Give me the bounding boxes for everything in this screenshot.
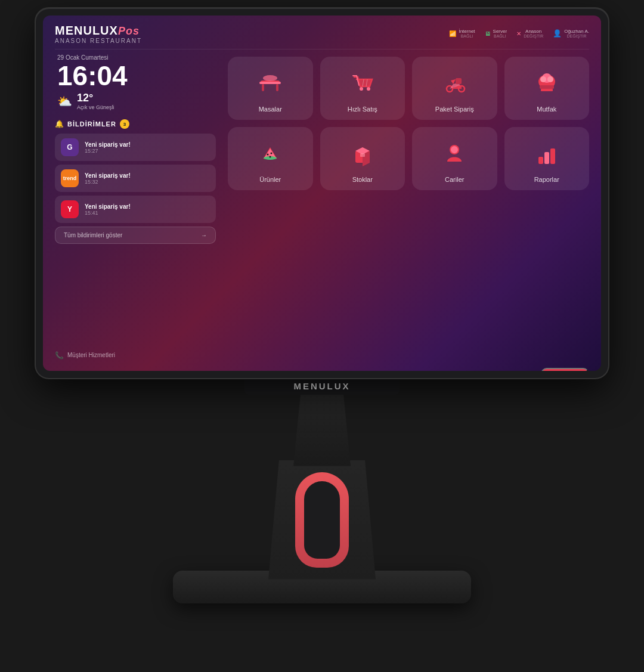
svg-point-19 [267, 153, 269, 155]
svg-rect-2 [276, 84, 278, 91]
arrow-right-icon: → [201, 232, 207, 239]
header-divider [55, 49, 589, 49]
time-text: 16:04 [57, 62, 213, 89]
temp-text: 12° [77, 92, 93, 104]
main-content: 29 Ocak Cumartesi 16:04 ⛅ 12° Açık ve Gü… [43, 54, 601, 368]
stand-bracket-inner [304, 481, 340, 559]
raporlar-icon [532, 139, 561, 168]
left-panel: 29 Ocak Cumartesi 16:04 ⛅ 12° Açık ve Gü… [55, 54, 216, 362]
status-anason[interactable]: ✕ Anason DEĞİŞTİR [516, 29, 543, 39]
settings-button[interactable]: Ayarlar ⚙ [541, 368, 589, 371]
yemeksepeti-logo: Y [61, 200, 79, 218]
stand [173, 395, 471, 603]
pos-label: Pos [118, 25, 140, 37]
menu-item-cariler[interactable]: Cariler [412, 127, 497, 190]
svg-rect-30 [550, 148, 555, 164]
status-server: 🖥 Server BAĞLI [485, 29, 507, 39]
menu-item-raporlar[interactable]: Raporlar [504, 127, 590, 190]
bell-icon: 🔔 [55, 120, 64, 128]
svg-rect-1 [262, 84, 264, 91]
customer-service-label: Müşteri Hizmetleri [67, 352, 115, 358]
raporlar-label: Raporlar [534, 176, 559, 183]
server-label: Server BAĞLI [493, 29, 507, 39]
notif-badge: 3 [120, 119, 129, 129]
screen: MENULUXPos ANASON RESTAURANT 📶 İnternet … [43, 16, 601, 371]
stand-bracket [295, 472, 349, 568]
menu-item-hizli-satis[interactable]: Hızlı Satış [320, 57, 405, 120]
notif-header: 🔔 BİLDİRİMLER 3 [55, 119, 216, 129]
getir-logo: G [61, 138, 79, 156]
stoklar-icon-wrap [346, 137, 379, 170]
menu-grid: Masalar [228, 57, 589, 190]
right-panel: Masalar [228, 54, 589, 362]
svg-point-5 [360, 87, 363, 91]
screen-footer: Menulux Pos 12.0 Ayarlar ⚙ [43, 368, 601, 371]
raporlar-icon-wrap [530, 137, 564, 170]
masalar-label: Masalar [259, 106, 282, 113]
trendyol-logo: trend [61, 169, 79, 187]
brand-name: MENULUX [55, 24, 118, 37]
wifi-icon: 📶 [449, 30, 456, 37]
customer-service-row[interactable]: 📞 Müşteri Hizmetleri [55, 349, 216, 362]
notif-content-getir: Yeni sipariş var! 15:27 [85, 141, 210, 154]
cariler-icon [440, 139, 469, 168]
notif-content-trendyol: Yeni sipariş var! 15:32 [85, 172, 210, 185]
cariler-icon-wrap [438, 137, 471, 170]
svg-rect-28 [538, 157, 543, 164]
show-all-button[interactable]: Tüm bildirimleri göster → [55, 227, 216, 244]
svg-point-15 [547, 76, 553, 82]
user-icon: 👤 [553, 29, 562, 38]
datetime-section: 29 Ocak Cumartesi 16:04 ⛅ 12° Açık ve Gü… [55, 54, 216, 112]
device-wrapper: MENULUXPos ANASON RESTAURANT 📶 İnternet … [30, 8, 614, 664]
notif-item-trendyol[interactable]: trend Yeni sipariş var! 15:32 [55, 165, 216, 192]
notif-time-trendyol: 15:32 [85, 179, 210, 185]
notif-item-getir[interactable]: G Yeni sipariş var! 15:27 [55, 134, 216, 161]
mutfak-icon [532, 69, 561, 97]
notif-time-getir: 15:27 [85, 148, 210, 154]
mutfak-label: Mutfak [537, 106, 556, 113]
urunler-icon-wrap [253, 137, 287, 170]
stoklar-icon [348, 139, 377, 168]
notif-text-trendyol: Yeni sipariş var! [85, 172, 210, 179]
menu-item-masalar[interactable]: Masalar [228, 57, 313, 120]
restaurant-name: ANASON RESTAURANT [55, 38, 142, 44]
monitor: MENULUXPos ANASON RESTAURANT 📶 İnternet … [36, 8, 608, 378]
weather-row: ⛅ 12° Açık ve Güneşli [57, 92, 213, 112]
logo-area: MENULUXPos ANASON RESTAURANT [55, 24, 142, 44]
status-user[interactable]: 👤 Oğuzhan A. DEĞİŞTİR [553, 29, 589, 39]
status-internet: 📶 İnternet BAĞLI [449, 29, 475, 39]
menu-item-mutfak[interactable]: Mutfak [504, 57, 590, 120]
paket-siparis-icon [440, 69, 469, 97]
cariler-label: Cariler [445, 176, 464, 183]
urunler-label: Ürünler [259, 176, 281, 183]
header: MENULUXPos ANASON RESTAURANT 📶 İnternet … [43, 16, 601, 49]
svg-rect-11 [456, 78, 462, 84]
masalar-icon [256, 69, 284, 97]
hizli-satis-icon [348, 69, 377, 97]
hizli-satis-icon-wrap [346, 66, 379, 100]
anason-label: Anason DEĞİŞTİR [524, 29, 543, 39]
svg-rect-4 [259, 82, 281, 84]
svg-rect-17 [541, 89, 553, 91]
notif-time-yemeksepeti: 15:41 [85, 210, 210, 216]
svg-point-3 [263, 75, 277, 81]
notif-content-yemeksepeti: Yeni sipariş var! 15:41 [85, 203, 210, 216]
user-label: Oğuzhan A. DEĞİŞTİR [564, 29, 589, 39]
menu-item-stoklar[interactable]: Stoklar [320, 127, 405, 190]
weather-desc: Açık ve Güneşli [77, 104, 114, 112]
show-all-label: Tüm bildirimleri göster [64, 232, 122, 239]
logo-text: MENULUXPos [55, 24, 142, 38]
paket-siparis-label: Paket Sipariş [435, 106, 474, 113]
mutfak-icon-wrap [530, 66, 564, 100]
svg-point-27 [451, 146, 458, 153]
x-icon: ✕ [516, 30, 521, 37]
menu-item-paket-siparis[interactable]: Paket Sipariş [412, 57, 497, 120]
svg-point-14 [540, 76, 546, 82]
notif-text-yemeksepeti: Yeni sipariş var! [85, 203, 210, 210]
notif-item-yemeksepeti[interactable]: Y Yeni sipariş var! 15:41 [55, 196, 216, 223]
server-icon: 🖥 [485, 30, 491, 37]
menu-item-urunler[interactable]: Ürünler [228, 127, 313, 190]
spacer [228, 199, 589, 362]
date-text: 29 Ocak Cumartesi [57, 54, 213, 61]
stand-arm [268, 460, 376, 580]
